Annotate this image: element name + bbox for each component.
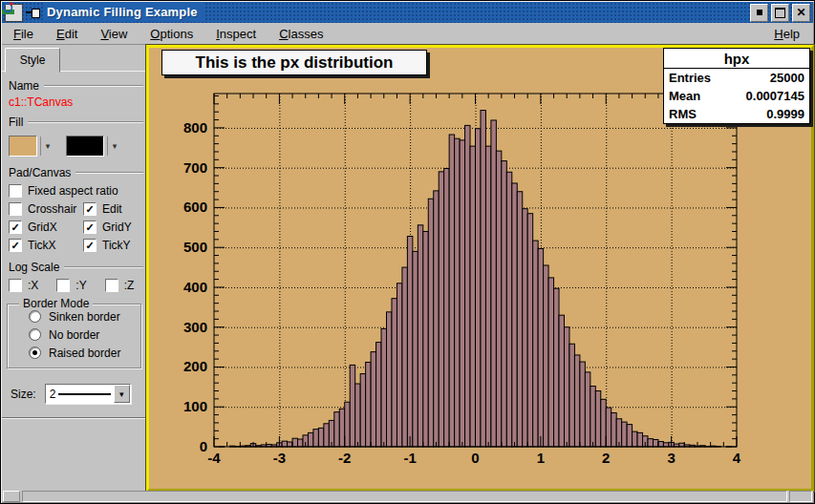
border-mode-radios: Sinken borderNo borderRaised border [8,310,140,359]
svg-text:100: 100 [183,398,207,414]
close-button[interactable]: ✕ [792,4,810,22]
checkbox-label: Edit [102,202,122,216]
secondary-fill-dropdown[interactable]: ▾ [107,136,121,156]
chevron-down-icon: ▾ [119,389,124,399]
menubar: FileEditViewOptionsInspectClasses Help [2,23,813,45]
checkbox-x[interactable]: :X [9,279,50,292]
checkbox-box[interactable]: ✓ [9,239,22,252]
histogram-title: This is the px distribution [196,53,394,73]
border-mode-label: Border Mode [19,297,93,310]
svg-text:-1: -1 [403,450,416,466]
titlebar[interactable]: Dynamic Filling Example ✕ [2,2,813,23]
statusbar-grip [3,491,20,502]
checkbox-box[interactable]: ✓ [83,202,97,216]
size-row: Size: 2 ▾ [11,384,146,404]
line-width-combobox[interactable]: 2 ▾ [45,384,131,404]
name-section-header: Name [9,79,143,93]
stats-rows: Entries25000Mean0.0007145RMS0.9999 [664,69,809,123]
checkbox-z[interactable]: :Z [105,279,146,292]
fill-section-header: Fill [9,116,143,129]
menu-edit[interactable]: Edit [47,25,87,43]
checkbox-label: :Z [124,279,135,292]
pad-canvas-checks: Crosshair✓Edit✓GridX✓GridY✓TickX✓TickY [2,198,146,252]
checkbox-label: :X [28,279,38,292]
radio-button[interactable] [29,328,41,341]
histogram-title-box[interactable]: This is the px distribution [161,50,427,75]
checkbox-y[interactable]: :Y [56,279,97,292]
checkbox-crosshair[interactable]: Crosshair [9,202,76,216]
svg-text:200: 200 [183,358,207,374]
stats-row: Entries25000 [664,69,809,87]
checkbox-box[interactable]: ✓ [83,239,97,252]
checkbox-label: Crosshair [28,202,76,216]
checkbox-gridx[interactable]: ✓GridX [9,220,76,234]
checkbox-ticky[interactable]: ✓TickY [83,239,146,252]
checkbox-box[interactable]: ✓ [9,220,22,234]
window-title: Dynamic Filling Example [45,3,204,22]
radio-raised-border[interactable]: Raised border [21,346,140,359]
svg-text:400: 400 [183,279,207,295]
checkbox-fixedaspectratio[interactable]: Fixed aspect ratio [9,184,146,198]
checkbox-edit[interactable]: ✓Edit [83,202,146,216]
svg-text:800: 800 [183,119,207,136]
statusbar-right-segment [789,491,812,502]
pad-canvas-single-check: Fixed aspect ratio [2,184,146,198]
checkbox-box[interactable] [56,279,70,292]
radio-sinken-border[interactable]: Sinken border [21,310,140,323]
checkbox-gridy[interactable]: ✓GridY [83,220,146,234]
radio-label: No border [49,328,99,342]
combobox-arrow-button[interactable]: ▾ [114,385,130,403]
secondary-fill-swatch[interactable] [66,136,104,157]
statusbar-message-area [22,491,787,502]
stats-row-value: 0.0007145 [746,89,804,103]
maximize-button[interactable] [771,4,789,22]
radio-no-border[interactable]: No border [21,328,140,341]
menu-options[interactable]: Options [140,25,203,43]
fill-color-dropdown[interactable]: ▾ [40,136,54,156]
menu-view[interactable]: View [91,25,137,43]
stats-row-label: RMS [669,107,697,121]
menu-inspect[interactable]: Inspect [206,25,266,43]
stats-row: RMS0.9999 [664,105,809,123]
checkbox-box[interactable] [9,202,22,216]
checkbox-label: TickX [28,239,56,252]
iconify-icon [757,10,762,15]
radio-label: Sinken border [49,310,120,324]
svg-text:500: 500 [183,239,207,255]
fill-color-swatch[interactable] [9,136,37,157]
stats-box[interactable]: hpx Entries25000Mean0.0007145RMS0.9999 [663,48,810,124]
stats-title: hpx [664,49,809,69]
stats-row-label: Mean [669,89,700,103]
checkbox-label: GridX [28,220,57,234]
pushpin-icon[interactable] [26,5,41,20]
minimize-button[interactable] [750,4,768,22]
menu-file[interactable]: File [4,25,43,43]
fill-swatches: ▾ ▾ [9,135,146,158]
checkbox-box[interactable] [105,279,118,292]
root-canvas[interactable]: -4-3-2-1012340100200300400500600700800 T… [146,45,814,492]
tab-style[interactable]: Style [5,48,60,73]
stats-row: Mean0.0007145 [664,87,809,105]
radio-button[interactable] [29,310,41,323]
svg-text:3: 3 [667,450,675,466]
checkbox-tickx[interactable]: ✓TickX [9,239,76,252]
pad[interactable]: -4-3-2-1012340100200300400500600700800 T… [149,48,811,489]
checkbox-label: GridY [102,220,132,234]
svg-text:0: 0 [200,438,207,454]
menubar-items: FileEditViewOptionsInspectClasses [2,25,336,43]
svg-text:2: 2 [602,450,610,466]
root-logo-icon [5,4,23,22]
menu-classes[interactable]: Classes [269,25,332,43]
checkbox-box[interactable] [9,279,22,292]
checkbox-box[interactable]: ✓ [83,220,97,234]
checkbox-label: Fixed aspect ratio [28,184,118,198]
radio-button[interactable] [29,346,41,359]
border-mode-group: Border Mode Sinken borderNo borderRaised… [7,304,141,368]
checkbox-box[interactable] [9,184,22,198]
object-name: c1::TCanvas [9,95,146,109]
close-icon: ✕ [796,7,805,18]
menu-help[interactable]: Help [768,25,805,43]
sidebar-separator [2,417,146,419]
checkbox-label: TickY [102,239,131,252]
tabbar: Style [2,45,146,72]
